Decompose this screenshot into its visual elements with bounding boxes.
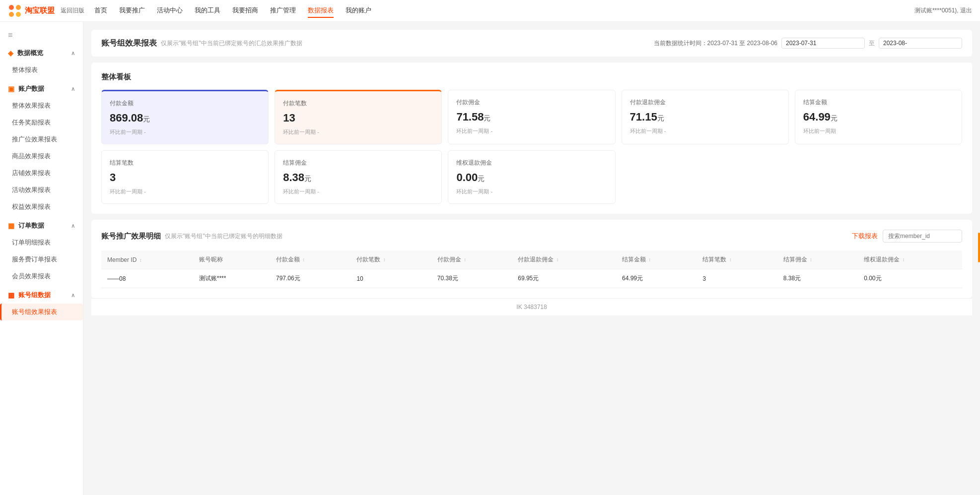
nav-home[interactable]: 首页 — [94, 4, 107, 18]
cell-rights-refund: 0.00元 — [858, 269, 962, 288]
hamburger-icon[interactable]: ≡ — [0, 26, 83, 45]
sidebar-item-overall-effect[interactable]: 整体效果报表 — [0, 97, 83, 114]
col-pay-count-sort[interactable]: ↕ — [383, 257, 386, 262]
svg-point-3 — [16, 12, 21, 17]
account-group-chevron: ∧ — [71, 292, 75, 299]
stat-pay-amount-label: 付款金额 — [110, 99, 260, 108]
page-subtitle: 仅展示"账号组"中当前已绑定账号的汇总效果推广数据 — [161, 39, 302, 48]
sidebar-item-order-detail[interactable]: 订单明细报表 — [0, 234, 83, 251]
sidebar-item-member-effect[interactable]: 会员效果报表 — [0, 268, 83, 285]
cell-settle-commission: 8.38元 — [777, 269, 858, 288]
col-settle-count-sort[interactable]: ↕ — [729, 257, 732, 262]
stat-rights-refund: 维权退款佣金 0.00元 环比前一周期 - — [448, 150, 615, 204]
stat-rights-refund-value: 0.00元 — [456, 171, 607, 184]
account-chevron: ∧ — [71, 86, 75, 92]
cell-pay-amount: 797.06元 — [270, 269, 350, 288]
download-report-button[interactable]: 下载报表 — [852, 232, 878, 241]
stat-settle-amount-compare: 环比前一周期 — [803, 127, 954, 135]
col-nickname: 账号昵称 — [193, 250, 270, 269]
stats-bottom-grid: 结算笔数 3 环比前一周期 - 结算佣金 8.38元 环比前一周期 - 维权退款… — [101, 150, 962, 204]
stat-settle-count-compare: 环比前一周期 - — [110, 188, 260, 195]
sidebar-item-store-effect[interactable]: 店铺效果报表 — [0, 165, 83, 182]
col-pay-amount: 付款金额 ↕ — [270, 250, 350, 269]
stat-pay-count-compare: 环比前一周期 - — [283, 128, 433, 136]
detail-title: 账号推广效果明细 — [101, 232, 161, 241]
sidebar-item-account-group-report[interactable]: 账号组效果报表 — [0, 304, 83, 320]
table-header-row: Member ID ↕ 账号昵称 付款金额 ↕ 付款笔数 ↕ — [101, 250, 962, 269]
detail-header: 账号推广效果明细 仅展示"账号组"中当前已绑定账号的明细数据 下载报表 — [101, 230, 962, 243]
logo[interactable]: 淘宝联盟 — [8, 4, 55, 18]
date-range-label: 当前数据统计时间：2023-07-31 至 2023-08-06 — [654, 39, 777, 48]
stat-settle-commission-compare: 环比前一周期 - — [283, 188, 433, 195]
col-settle-commission-sort[interactable]: ↕ — [810, 257, 812, 262]
overview-chevron: ∧ — [71, 50, 75, 57]
col-member-id-sort[interactable]: ↕ — [140, 257, 142, 263]
svg-point-2 — [9, 12, 14, 17]
account-section-icon: ▣ — [8, 85, 14, 93]
table-head: Member ID ↕ 账号昵称 付款金额 ↕ 付款笔数 ↕ — [101, 250, 962, 269]
overview-section-icon: ◈ — [8, 49, 13, 57]
sidebar-item-product-effect[interactable]: 商品效果报表 — [0, 148, 83, 165]
sidebar-item-overall-report[interactable]: 整体报表 — [0, 62, 83, 78]
sidebar-item-service-order[interactable]: 服务费订单报表 — [0, 251, 83, 268]
main-layout: ≡ ◈ 数据概览 ∧ 整体报表 ▣ 账户数据 ∧ 整体效果报表 任务奖励报表 推… — [0, 22, 980, 495]
sidebar: ≡ ◈ 数据概览 ∧ 整体报表 ▣ 账户数据 ∧ 整体效果报表 任务奖励报表 推… — [0, 22, 83, 495]
date-range-section: 当前数据统计时间：2023-07-31 至 2023-08-06 至 — [654, 38, 962, 49]
logo-text: 淘宝联盟 — [25, 6, 55, 15]
date-end-input[interactable] — [879, 38, 962, 49]
col-pay-amount-sort[interactable]: ↕ — [302, 257, 305, 262]
back-link[interactable]: 返回旧版 — [61, 6, 84, 15]
stat-pay-commission-label: 付款佣金 — [456, 98, 607, 107]
col-rights-refund-sort[interactable]: ↕ — [903, 257, 905, 262]
nav-activity[interactable]: 活动中心 — [157, 4, 183, 18]
stat-settle-amount-label: 结算金额 — [803, 98, 954, 107]
stat-pay-count-label: 付款笔数 — [283, 99, 433, 108]
detail-section: 账号推广效果明细 仅展示"账号组"中当前已绑定账号的明细数据 下载报表 Memb… — [91, 220, 972, 298]
sidebar-item-rights-effect[interactable]: 权益效果报表 — [0, 198, 83, 215]
account-group-section-label: 账号组数据 — [18, 291, 51, 300]
stat-rights-refund-compare: 环比前一周期 - — [456, 188, 607, 195]
date-start-input[interactable] — [781, 38, 865, 49]
sidebar-item-task-reward[interactable]: 任务奖励报表 — [0, 114, 83, 131]
logo-icon — [8, 4, 22, 18]
sidebar-section-account-group-header[interactable]: ▩ 账号组数据 ∧ — [0, 287, 83, 304]
stat-rights-refund-label: 维权退款佣金 — [456, 159, 607, 167]
col-pay-commission-sort[interactable]: ↕ — [464, 257, 466, 262]
stat-pay-amount: 付款金额 869.08元 环比前一周期 - — [101, 90, 269, 144]
sidebar-section-account-group: ▩ 账号组数据 ∧ 账号组效果报表 — [0, 287, 83, 320]
stat-pay-commission-value: 71.58元 — [456, 111, 607, 124]
stat-settle-commission: 结算佣金 8.38元 环比前一周期 - — [275, 150, 442, 204]
nav-my-account[interactable]: 我的账户 — [346, 4, 371, 18]
stat-pay-refund-commission-label: 付款退款佣金 — [630, 98, 780, 107]
col-settle-amount-sort[interactable]: ↕ — [648, 257, 651, 262]
cell-member-id: ——08 — [101, 269, 193, 288]
stat-pay-commission: 付款佣金 71.58元 环比前一周期 - — [448, 90, 615, 144]
scroll-indicator[interactable] — [978, 233, 980, 262]
sidebar-item-activity-effect[interactable]: 活动效果报表 — [0, 182, 83, 198]
account-section-label: 账户数据 — [18, 84, 44, 93]
sidebar-section-account-header[interactable]: ▣ 账户数据 ∧ — [0, 80, 83, 97]
sidebar-section-order-header[interactable]: ▦ 订单数据 ∧ — [0, 217, 83, 234]
user-info: 测试账****0051), 退出 — [914, 6, 972, 15]
order-section-label: 订单数据 — [18, 221, 44, 230]
date-separator: 至 — [869, 39, 875, 48]
stat-pay-amount-compare: 环比前一周期 - — [110, 128, 260, 136]
col-pay-refund-commission-sort[interactable]: ↕ — [557, 257, 559, 262]
search-member-input[interactable] — [883, 230, 962, 243]
dashboard-title: 整体看板 — [101, 72, 962, 82]
stat-settle-count-value: 3 — [110, 171, 260, 184]
nav-tools[interactable]: 我的工具 — [195, 4, 220, 18]
detail-table: Member ID ↕ 账号昵称 付款金额 ↕ 付款笔数 ↕ — [101, 250, 962, 288]
nav-merchant[interactable]: 我要招商 — [232, 4, 258, 18]
sidebar-section-account: ▣ 账户数据 ∧ 整体效果报表 任务奖励报表 推广位效果报表 商品效果报表 店铺… — [0, 80, 83, 215]
nav-data-report[interactable]: 数据报表 — [308, 4, 334, 18]
sidebar-section-overview-header[interactable]: ◈ 数据概览 ∧ — [0, 45, 83, 62]
cell-pay-commission: 70.38元 — [431, 269, 512, 288]
nav-promote[interactable]: 我要推广 — [119, 4, 145, 18]
cell-settle-count: 3 — [697, 269, 777, 288]
col-settle-count: 结算笔数 ↕ — [697, 250, 777, 269]
nav-promo-mgmt[interactable]: 推广管理 — [270, 4, 296, 18]
sidebar-item-promo-pos[interactable]: 推广位效果报表 — [0, 131, 83, 148]
stat-pay-refund-commission: 付款退款佣金 71.15元 环比前一周期 - — [622, 90, 789, 144]
cell-nickname: 测试账**** — [193, 269, 270, 288]
